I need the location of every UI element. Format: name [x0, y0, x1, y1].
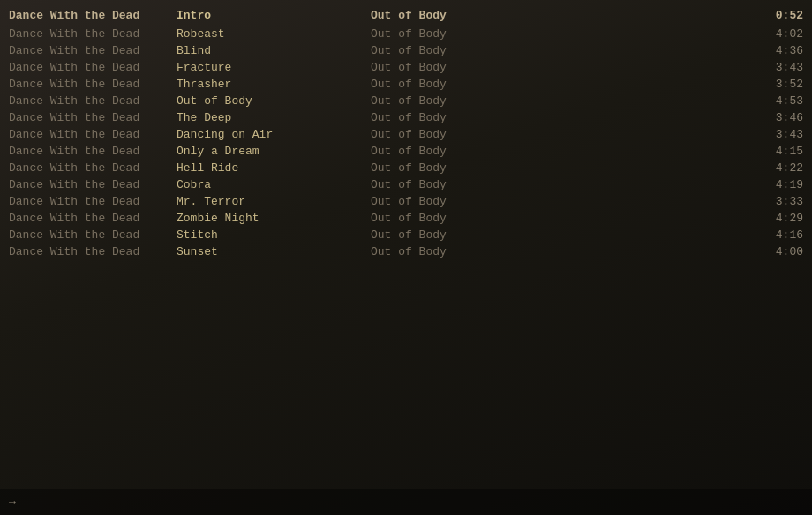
track-album: Out of Body	[371, 111, 547, 124]
track-row[interactable]: Dance With the DeadFractureOut of Body3:…	[0, 59, 812, 76]
track-title: Thrasher	[177, 78, 371, 91]
track-row[interactable]: Dance With the DeadZombie NightOut of Bo…	[0, 210, 812, 227]
track-artist: Dance With the Dead	[9, 178, 177, 191]
track-title: Mr. Terror	[177, 195, 371, 208]
track-duration: 4:16	[547, 228, 803, 242]
track-artist: Dance With the Dead	[9, 78, 177, 91]
track-duration: 3:46	[547, 111, 803, 124]
track-artist: Dance With the Dead	[9, 228, 177, 242]
arrow-icon: →	[9, 496, 16, 509]
track-row[interactable]: Dance With the DeadMr. TerrorOut of Body…	[0, 193, 812, 210]
track-album: Out of Body	[371, 145, 547, 158]
track-row[interactable]: Dance With the DeadRobeastOut of Body4:0…	[0, 26, 812, 42]
track-title: Hell Ride	[177, 161, 371, 175]
track-row[interactable]: Dance With the DeadStitchOut of Body4:16	[0, 227, 812, 243]
track-title: Sunset	[177, 245, 371, 258]
header-artist: Dance With the Dead	[9, 9, 177, 22]
track-artist: Dance With the Dead	[9, 212, 177, 225]
track-album: Out of Body	[371, 161, 547, 175]
track-album: Out of Body	[371, 245, 547, 258]
track-title: Stitch	[177, 228, 371, 242]
track-row[interactable]: Dance With the DeadBlindOut of Body4:36	[0, 42, 812, 59]
bottom-bar: →	[0, 489, 812, 515]
track-album: Out of Body	[371, 178, 547, 191]
track-row[interactable]: Dance With the DeadThrasherOut of Body3:…	[0, 76, 812, 93]
track-artist: Dance With the Dead	[9, 27, 177, 41]
track-duration: 4:36	[547, 44, 803, 57]
track-duration: 3:52	[547, 78, 803, 91]
track-duration: 4:53	[547, 94, 803, 108]
track-duration: 4:15	[547, 145, 803, 158]
track-title: Zombie Night	[177, 212, 371, 225]
track-title: The Deep	[177, 111, 371, 124]
track-album: Out of Body	[371, 228, 547, 242]
track-list-header: Dance With the Dead Intro Out of Body 0:…	[0, 7, 812, 24]
track-title: Blind	[177, 44, 371, 57]
track-duration: 4:00	[547, 245, 803, 258]
track-title: Cobra	[177, 178, 371, 191]
track-row[interactable]: Dance With the DeadDancing on AirOut of …	[0, 126, 812, 143]
track-album: Out of Body	[371, 195, 547, 208]
track-duration: 4:02	[547, 27, 803, 41]
track-artist: Dance With the Dead	[9, 245, 177, 258]
track-row[interactable]: Dance With the DeadCobraOut of Body4:19	[0, 176, 812, 193]
track-row[interactable]: Dance With the DeadHell RideOut of Body4…	[0, 160, 812, 176]
track-row[interactable]: Dance With the DeadOut of BodyOut of Bod…	[0, 93, 812, 109]
track-artist: Dance With the Dead	[9, 161, 177, 175]
track-duration: 3:43	[547, 61, 803, 74]
track-album: Out of Body	[371, 94, 547, 108]
track-title: Robeast	[177, 27, 371, 41]
track-title: Dancing on Air	[177, 128, 371, 141]
track-artist: Dance With the Dead	[9, 44, 177, 57]
track-artist: Dance With the Dead	[9, 111, 177, 124]
track-row[interactable]: Dance With the DeadOnly a DreamOut of Bo…	[0, 143, 812, 160]
track-title: Only a Dream	[177, 145, 371, 158]
track-title: Out of Body	[177, 94, 371, 108]
track-title: Fracture	[177, 61, 371, 74]
header-title: Intro	[177, 9, 371, 22]
track-artist: Dance With the Dead	[9, 94, 177, 108]
track-album: Out of Body	[371, 44, 547, 57]
track-artist: Dance With the Dead	[9, 128, 177, 141]
track-list: Dance With the Dead Intro Out of Body 0:…	[0, 0, 812, 267]
track-album: Out of Body	[371, 27, 547, 41]
track-album: Out of Body	[371, 128, 547, 141]
header-duration: 0:52	[547, 9, 803, 22]
track-row[interactable]: Dance With the DeadSunsetOut of Body4:00	[0, 243, 812, 260]
track-duration: 4:19	[547, 178, 803, 191]
track-duration: 4:29	[547, 212, 803, 225]
header-album: Out of Body	[371, 9, 547, 22]
track-artist: Dance With the Dead	[9, 61, 177, 74]
track-artist: Dance With the Dead	[9, 145, 177, 158]
track-album: Out of Body	[371, 212, 547, 225]
track-album: Out of Body	[371, 78, 547, 91]
track-duration: 4:22	[547, 161, 803, 175]
track-duration: 3:43	[547, 128, 803, 141]
track-duration: 3:33	[547, 195, 803, 208]
track-row[interactable]: Dance With the DeadThe DeepOut of Body3:…	[0, 109, 812, 126]
track-album: Out of Body	[371, 61, 547, 74]
track-artist: Dance With the Dead	[9, 195, 177, 208]
